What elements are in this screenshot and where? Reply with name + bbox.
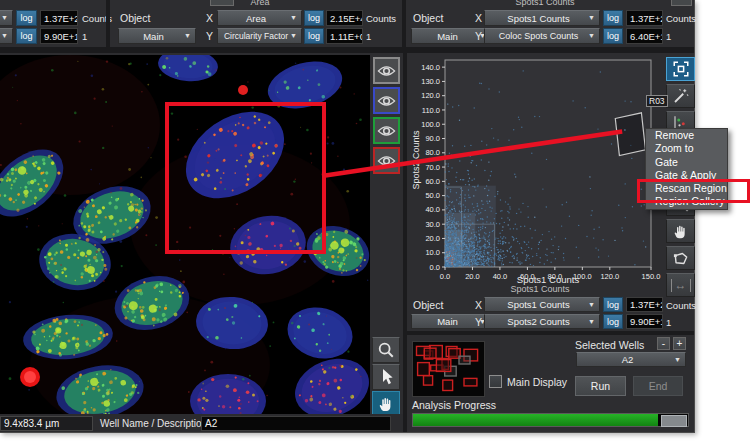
spots-x-log-button[interactable]: log: [603, 10, 623, 26]
svg-text:0.0: 0.0: [430, 263, 440, 272]
main-display-label: Main Display: [507, 376, 567, 388]
clipped-icon-fragment: [210, 0, 234, 6]
magic-wand-icon: [672, 87, 690, 105]
channel-overlay-eye-button[interactable]: [373, 57, 400, 84]
cursor-arrow-icon: [378, 368, 394, 386]
screenshot-stage: ▼ log 1.37E+2 Counts ▼ log 9.90E+1 1 Are…: [0, 0, 750, 445]
select-tool-button[interactable]: [372, 364, 400, 390]
spots-x-feature-dropdown[interactable]: Spots1 Counts▼: [484, 10, 600, 26]
magic-wand-button[interactable]: [666, 84, 695, 108]
config-y-label: Y: [475, 316, 482, 328]
clipped-icon-fragment: [671, 0, 692, 6]
fit-view-button[interactable]: [666, 57, 695, 81]
svg-text:10.0: 10.0: [425, 248, 440, 257]
panel-divider: [106, 0, 110, 47]
config-x-value[interactable]: 1.37E+2: [626, 297, 663, 312]
svg-text:100.0: 100.0: [421, 120, 440, 129]
analysis-progress-bar: [412, 413, 689, 427]
area-y-feature-dropdown[interactable]: Circularity Factor▼: [217, 28, 302, 44]
chevron-down-icon: ▼: [184, 32, 191, 39]
svg-text:70.0: 70.0: [425, 163, 440, 172]
svg-text:130.0: 130.0: [421, 77, 440, 86]
area-x-value[interactable]: 2.15E+4: [326, 10, 363, 26]
resize-horizontal-icon: ↔: [671, 279, 691, 292]
selection-rectangle-annotation: [165, 102, 326, 254]
run-button[interactable]: Run: [575, 376, 626, 396]
config-y-value[interactable]: 9.90E+1: [626, 314, 663, 329]
area-x-log-button[interactable]: log: [304, 10, 324, 26]
spots-y-value[interactable]: 6.40E+1: [626, 28, 663, 44]
well-add-button[interactable]: +: [673, 337, 686, 350]
spots-y-unit: 1: [666, 31, 671, 42]
config-y-log-button[interactable]: log: [603, 314, 623, 329]
eye-icon: [377, 65, 396, 77]
left-y-unit: 1: [82, 31, 87, 42]
plot-pan-button[interactable]: [666, 219, 695, 243]
left-x-dropdown-stub[interactable]: ▼: [0, 10, 13, 26]
menu-item-zoom-to[interactable]: Zoom to: [646, 142, 727, 155]
area-y-value[interactable]: 1.11E+0: [326, 28, 363, 44]
progress-remainder-block: [661, 415, 687, 427]
config-x-unit: Counts: [666, 300, 696, 311]
spots-y-feature-dropdown[interactable]: Coloc Spots Counts▼: [484, 28, 600, 44]
svg-text:50.0: 50.0: [425, 191, 440, 200]
area-object-dropdown[interactable]: Main▼: [118, 28, 196, 44]
svg-text:120.0: 120.0: [421, 91, 440, 100]
image-status-bar: 9.4x83.4 µm Well Name / Description A2: [0, 414, 403, 432]
well-thumbnail[interactable]: [412, 341, 485, 397]
well-remove-button[interactable]: -: [657, 337, 670, 350]
config-x-label: X: [475, 299, 482, 311]
top-strip: ▼ log 1.37E+2 Counts ▼ log 9.90E+1 1 Are…: [0, 0, 694, 47]
svg-text:80.0: 80.0: [425, 148, 440, 157]
channel-blue-eye-button[interactable]: [373, 87, 400, 114]
left-y-value[interactable]: 9.90E+1: [40, 28, 78, 44]
fit-view-icon: [672, 60, 690, 78]
app-window: ▼ log 1.37E+2 Counts ▼ log 9.90E+1 1 Are…: [0, 0, 695, 433]
channel-red-eye-button[interactable]: [373, 147, 400, 174]
rescan-region-highlight-annotation: [637, 179, 750, 203]
chevron-down-icon: ▼: [588, 14, 595, 21]
menu-item-gate[interactable]: Gate: [646, 156, 727, 169]
zoom-tool-button[interactable]: [372, 337, 400, 363]
config-object-label: Object: [413, 299, 443, 311]
left-x-value[interactable]: 1.37E+2: [40, 10, 78, 26]
hand-icon: [673, 223, 689, 240]
config-x-log-button[interactable]: log: [603, 297, 623, 312]
svg-text:30.0: 30.0: [425, 220, 440, 229]
menu-item-remove[interactable]: Remove: [646, 129, 727, 142]
area-x-feature-dropdown[interactable]: Area▼: [217, 10, 302, 26]
chevron-down-icon: ▼: [1, 32, 8, 39]
main-display-checkbox[interactable]: [489, 375, 502, 388]
well-name-input[interactable]: A2: [201, 416, 391, 431]
selected-well-dropdown[interactable]: A2▼: [576, 352, 686, 367]
left-y-dropdown-stub[interactable]: ▼: [0, 28, 13, 44]
config-x-feature-dropdown[interactable]: Spots1 Counts▼: [484, 297, 600, 312]
well-overview-image: [413, 342, 484, 396]
resize-horizontal-button[interactable]: ↔: [666, 273, 695, 297]
end-button[interactable]: End: [633, 376, 683, 396]
svg-text:40.0: 40.0: [425, 205, 440, 214]
spots-x-label: X: [475, 12, 482, 24]
svg-text:90.0: 90.0: [425, 134, 440, 143]
selected-wells-label: Selected Wells: [575, 339, 644, 351]
channel-green-eye-button[interactable]: [373, 117, 400, 144]
chevron-down-icon: ▼: [1, 14, 8, 21]
spots-y-log-button[interactable]: log: [603, 28, 623, 44]
svg-text:60.0: 60.0: [425, 177, 440, 186]
eye-icon: [377, 95, 396, 107]
eye-icon: [377, 125, 396, 137]
area-y-unit: 1: [366, 31, 371, 42]
polygon-region-button[interactable]: [666, 246, 695, 270]
y-axis-label: Spots2 Counts: [411, 125, 421, 195]
area-y-log-button[interactable]: log: [304, 28, 324, 44]
right-panel-divider: [406, 331, 694, 335]
config-y-unit: 1: [666, 317, 671, 328]
left-x-log-button[interactable]: log: [16, 10, 37, 26]
progress-fill: [413, 414, 658, 426]
left-y-log-button[interactable]: log: [16, 28, 37, 44]
chevron-down-icon: ▼: [588, 301, 595, 308]
svg-text:140.0: 140.0: [421, 63, 440, 72]
spots-x-value[interactable]: 1.37E+2: [626, 10, 663, 26]
config-y-feature-dropdown[interactable]: Spots2 Counts▼: [484, 314, 600, 329]
area-x-unit: Counts: [366, 13, 396, 24]
